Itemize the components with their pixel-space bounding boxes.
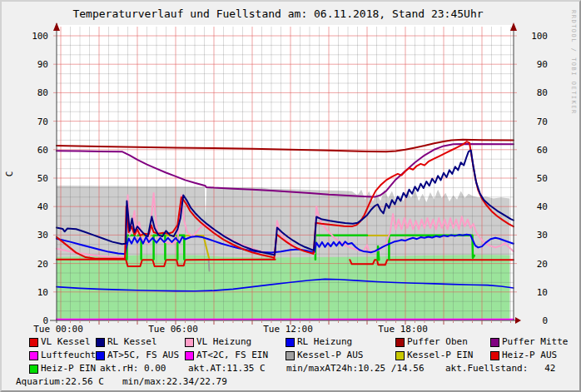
legend-stat-text: min/maxAT24h:10.25 /14.56 <box>286 364 425 374</box>
chart-svg: 0010102020303040405050606070708080909010… <box>2 2 581 335</box>
legend-stat-text: Aquarium:22.56 C <box>16 377 104 387</box>
legend-swatch <box>96 351 105 360</box>
legend-swatch <box>395 338 405 347</box>
legend-stat-text: min/max:22.34/22.79 <box>122 377 227 387</box>
legend-label: Kessel-P EIN <box>407 350 473 360</box>
y-tick-label-left: 20 <box>37 259 48 270</box>
legend-swatch <box>185 338 194 347</box>
y-tick-label-right: 100 <box>531 31 548 42</box>
legend-label: RL Kessel <box>107 337 157 347</box>
legend-swatch <box>29 338 38 347</box>
legend-swatch <box>395 351 405 360</box>
chart-title: Temperaturverlauf und Fuellstand am: 06.… <box>2 7 554 20</box>
y-tick-label-left: 80 <box>37 87 48 98</box>
y-tick-label-left: 60 <box>37 145 48 156</box>
rrdtool-graph: 0010102020303040405050606070708080909010… <box>0 0 581 392</box>
x-axis-arrow <box>515 317 521 324</box>
legend-stat-text: akt.Fuellstand: 42 <box>445 364 555 374</box>
y-tick-label-left: 30 <box>37 230 48 241</box>
y-tick-label-right: 10 <box>537 287 548 298</box>
y-tick-label-left: 50 <box>37 173 48 184</box>
y-tick-label-right: 50 <box>537 173 548 184</box>
y-tick-label-right: 60 <box>537 145 548 156</box>
legend-swatch <box>96 338 105 347</box>
y-tick-label-left: 40 <box>37 201 48 212</box>
y-tick-label-right: 20 <box>537 259 548 270</box>
x-tick-label: Tue 12:00 <box>263 324 313 335</box>
legend-label: AT<2C, FS EIN <box>196 350 268 360</box>
y-tick-label-right: 90 <box>537 59 548 70</box>
legend-swatch <box>286 338 295 347</box>
x-tick-label: Tue 06:00 <box>148 324 198 335</box>
y-tick-label-right: 70 <box>537 117 548 127</box>
x-tick-label: Tue 18:00 <box>378 324 428 335</box>
y-axis-title: C <box>4 171 15 177</box>
legend-swatch <box>29 365 38 374</box>
legend-label: Kessel-P AUS <box>297 350 363 360</box>
y-tick-label-left: 100 <box>32 31 48 42</box>
legend-label: Luftfeuchte <box>41 350 102 360</box>
y-tick-label-left: 10 <box>37 287 48 298</box>
series-kessel-p-tick <box>209 259 210 270</box>
legend-swatch <box>490 338 499 347</box>
y-tick-label-left: 70 <box>37 117 48 127</box>
legend-swatch <box>29 351 38 360</box>
legend-stat-text: akt.rH: 0.00 <box>100 364 166 374</box>
rrdtool-watermark: RRDTOOL / TOBI OETIKER <box>570 10 577 115</box>
legend-label: VL Heizung <box>196 337 251 347</box>
y-tick-label-right: 30 <box>537 230 548 241</box>
y-tick-label-right: 40 <box>537 201 548 212</box>
legend-stat-text: akt.AT:11.35 C <box>188 364 266 374</box>
legend-swatch <box>185 351 194 360</box>
legend-label: Puffer Mitte <box>502 337 568 347</box>
legend-label: AT>5C, FS AUS <box>107 350 179 360</box>
legend-label: Heiz-P AUS <box>502 350 557 360</box>
y-tick-label-left: 90 <box>37 59 48 70</box>
legend-label: Puffer Oben <box>407 337 468 347</box>
legend-swatch <box>490 351 499 360</box>
legend-label: VL Kessel <box>41 337 91 347</box>
y-tick-label-right: 80 <box>537 87 548 98</box>
legend-swatch <box>286 351 295 360</box>
legend-label: Heiz-P EIN <box>41 364 96 374</box>
x-tick-label: Tue 00:00 <box>33 324 83 335</box>
legend-label: RL Heizung <box>297 337 352 347</box>
y-tick-label-right: 0 <box>542 315 548 326</box>
